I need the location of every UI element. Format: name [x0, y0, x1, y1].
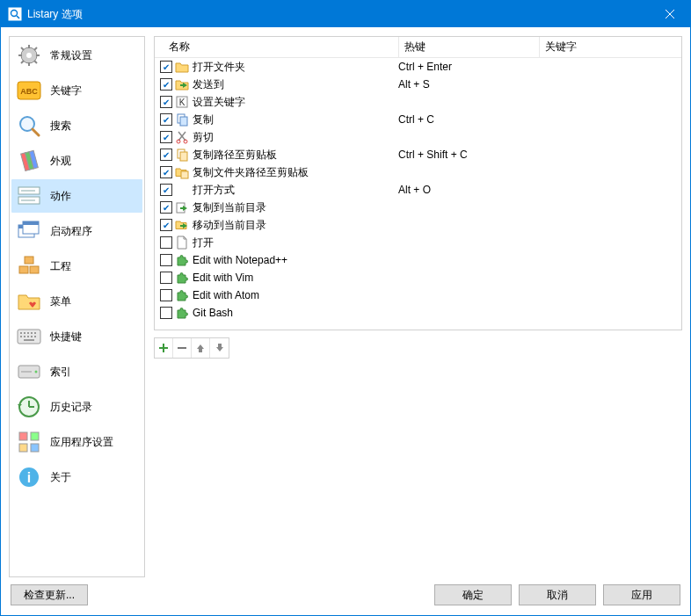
svg-rect-67 — [181, 171, 188, 178]
action-row[interactable]: ✔复制到当前目录 — [155, 199, 681, 216]
action-icon — [175, 288, 189, 302]
action-icon — [175, 271, 189, 285]
svg-rect-70 — [159, 347, 168, 349]
action-name: 打开文件夹 — [193, 60, 398, 75]
move-up-button[interactable] — [192, 338, 210, 358]
info-icon: i — [17, 465, 41, 489]
list-header: 名称 热键 关键字 — [155, 37, 681, 58]
action-checkbox[interactable]: ✔ — [160, 201, 172, 214]
action-row[interactable]: ✔复制路径至剪贴板Ctrl + Shift + C — [155, 146, 681, 163]
sidebar-item-label: 启动程序 — [50, 224, 92, 239]
cancel-button[interactable]: 取消 — [519, 584, 596, 605]
svg-rect-52 — [31, 432, 39, 440]
action-checkbox[interactable] — [160, 254, 172, 266]
sidebar-item-label: 应用程序设置 — [50, 435, 113, 450]
svg-rect-54 — [31, 444, 39, 452]
action-row[interactable]: ✔打开文件夹Ctrl + Enter — [155, 58, 681, 76]
action-icon — [175, 148, 189, 162]
sidebar-item-label: 关于 — [50, 470, 71, 485]
sidebar-item-label: 索引 — [50, 365, 71, 380]
column-name[interactable]: 名称 — [155, 37, 399, 57]
svg-text:K: K — [179, 98, 185, 107]
close-button[interactable] — [650, 1, 690, 27]
close-icon — [666, 10, 674, 18]
main: 常规设置 ABC 关键字 搜索 外观 动作 — [9, 36, 682, 577]
sidebar-item-appsettings[interactable]: 应用程序设置 — [11, 425, 142, 459]
action-checkbox[interactable]: ✔ — [160, 184, 172, 196]
column-keyword[interactable]: 关键字 — [540, 37, 681, 57]
move-down-button[interactable] — [210, 338, 229, 358]
ok-button[interactable]: 确定 — [434, 584, 512, 605]
action-checkbox[interactable]: ✔ — [160, 219, 172, 231]
sidebar-item-search[interactable]: 搜索 — [11, 109, 142, 142]
action-row[interactable]: ✔打开方式Alt + O — [155, 181, 681, 199]
add-button[interactable] — [155, 338, 173, 358]
remove-button[interactable] — [173, 338, 192, 358]
action-checkbox[interactable]: ✔ — [160, 113, 172, 126]
column-hotkey[interactable]: 热键 — [399, 37, 540, 57]
action-row[interactable]: ✔K设置关键字 — [155, 93, 681, 111]
sidebar-item-appearance[interactable]: 外观 — [11, 144, 142, 178]
action-checkbox[interactable]: ✔ — [160, 78, 172, 91]
svg-point-46 — [35, 371, 38, 373]
action-row[interactable]: Edit with Vim — [155, 269, 681, 286]
action-checkbox[interactable]: ✔ — [160, 166, 172, 178]
svg-line-12 — [34, 61, 37, 63]
action-checkbox[interactable]: ✔ — [160, 61, 172, 73]
action-row[interactable]: Git Bash — [155, 304, 681, 322]
action-row[interactable]: ✔复制Ctrl + C — [155, 111, 681, 128]
action-name: 发送到 — [193, 77, 398, 92]
action-name: Edit with Atom — [193, 289, 398, 301]
svg-rect-35 — [24, 332, 25, 334]
arrow-down-icon — [215, 343, 225, 353]
action-icon — [175, 253, 189, 267]
action-name: 复制到当前目录 — [193, 200, 398, 215]
sidebar-item-about[interactable]: i 关于 — [11, 460, 142, 494]
sidebar-item-project[interactable]: 工程 — [11, 250, 142, 283]
action-icon — [175, 77, 189, 91]
action-checkbox[interactable]: ✔ — [160, 96, 172, 108]
svg-rect-71 — [178, 347, 186, 349]
content: 名称 热键 关键字 ✔打开文件夹Ctrl + Enter✔发送到Alt + S✔… — [154, 36, 682, 577]
action-name: 设置关键字 — [193, 95, 398, 110]
action-list: 名称 热键 关键字 ✔打开文件夹Ctrl + Enter✔发送到Alt + S✔… — [154, 36, 682, 330]
action-checkbox[interactable] — [160, 307, 172, 319]
sidebar-item-history[interactable]: 历史记录 — [11, 390, 142, 424]
action-checkbox[interactable]: ✔ — [160, 131, 172, 143]
action-checkbox[interactable] — [160, 289, 172, 301]
sidebar-item-label: 历史记录 — [50, 400, 92, 415]
action-checkbox[interactable] — [160, 236, 172, 249]
svg-text:ABC: ABC — [20, 87, 38, 96]
sidebar-item-launch[interactable]: 启动程序 — [11, 214, 142, 248]
svg-rect-40 — [24, 336, 25, 337]
action-row[interactable]: ✔发送到Alt + S — [155, 76, 681, 93]
check-update-button[interactable]: 检查更新... — [11, 584, 88, 605]
action-row[interactable]: Edit with Notepad++ — [155, 251, 681, 269]
action-row[interactable]: ✔剪切 — [155, 128, 681, 146]
action-row[interactable]: ✔复制文件夹路径至剪贴板 — [155, 163, 681, 181]
svg-text:i: i — [27, 470, 31, 485]
action-icon — [175, 236, 189, 250]
apply-button[interactable]: 应用 — [603, 584, 680, 605]
list-body[interactable]: ✔打开文件夹Ctrl + Enter✔发送到Alt + S✔K设置关键字✔复制C… — [155, 58, 681, 330]
sidebar-item-menu[interactable]: 菜单 — [11, 285, 142, 318]
folder-heart-icon — [17, 289, 41, 314]
action-row[interactable]: 打开 — [155, 234, 681, 251]
action-row[interactable]: Edit with Atom — [155, 286, 681, 304]
svg-rect-53 — [19, 444, 27, 452]
action-checkbox[interactable] — [160, 272, 172, 284]
svg-rect-66 — [180, 152, 187, 161]
sidebar-item-hotkey[interactable]: 快捷键 — [11, 320, 142, 353]
list-toolbar — [154, 337, 229, 359]
action-hotkey: Alt + S — [398, 78, 540, 91]
sidebar-item-keyword[interactable]: ABC 关键字 — [11, 74, 142, 107]
svg-rect-42 — [31, 336, 33, 337]
sidebar-item-index[interactable]: 索引 — [11, 355, 142, 388]
magnifier-icon — [17, 113, 41, 138]
svg-rect-38 — [34, 332, 36, 334]
sidebar-item-general[interactable]: 常规设置 — [11, 39, 142, 72]
sidebar-item-actions[interactable]: 动作 — [11, 179, 142, 213]
action-checkbox[interactable]: ✔ — [160, 149, 172, 161]
action-icon — [175, 112, 189, 127]
action-row[interactable]: ✔移动到当前目录 — [155, 216, 681, 234]
